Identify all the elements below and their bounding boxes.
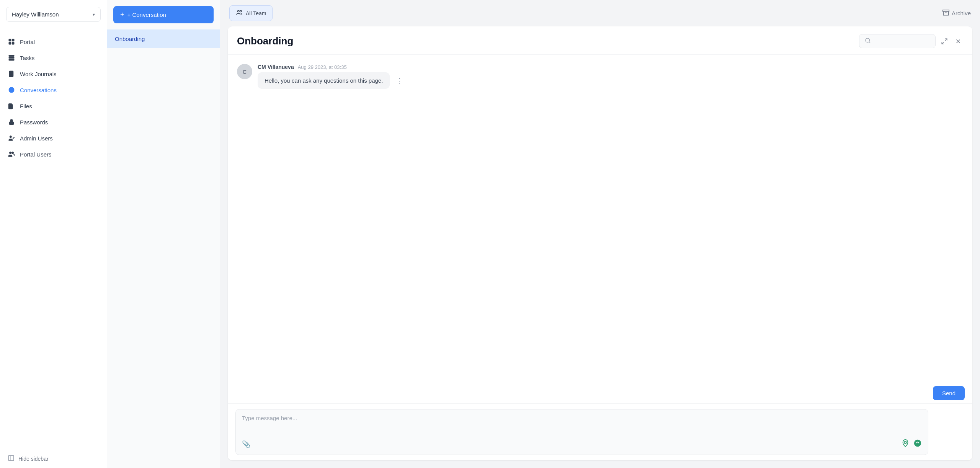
- sidebar-item-label-work-journals: Work Journals: [20, 71, 57, 77]
- svg-rect-3: [12, 42, 14, 44]
- archive-label: Archive: [952, 10, 971, 16]
- main-area: All Team Archive Onboarding: [220, 0, 980, 468]
- tasks-icon: [8, 54, 15, 62]
- sidebar: Hayley Williamson ▾ Portal: [0, 0, 107, 468]
- chat-header-actions: [859, 34, 963, 48]
- passwords-icon: [8, 118, 15, 126]
- attachment-icon[interactable]: 📎: [242, 440, 250, 448]
- svg-rect-4: [9, 55, 14, 56]
- message-time: Aug 29 2023, at 03:35: [298, 64, 347, 70]
- sidebar-nav: Portal Tasks Wo: [0, 29, 107, 449]
- all-team-button[interactable]: All Team: [229, 5, 273, 21]
- new-conversation-label: + Conversation: [127, 11, 166, 18]
- svg-rect-5: [9, 57, 14, 59]
- archive-button[interactable]: Archive: [942, 9, 971, 17]
- svg-rect-1: [12, 39, 14, 41]
- svg-point-22: [866, 38, 870, 42]
- hide-sidebar-label: Hide sidebar: [18, 456, 49, 462]
- message-text: Hello, you can ask any questions on this…: [265, 77, 383, 84]
- sidebar-item-admin-users[interactable]: Admin Users: [0, 130, 107, 146]
- archive-icon: [942, 9, 949, 17]
- message-group: C CM Villanueva Aug 29 2023, at 03:35 He…: [237, 64, 963, 89]
- sidebar-item-conversations[interactable]: Conversations: [0, 82, 107, 98]
- chevron-down-icon: ▾: [93, 12, 95, 17]
- conversation-list: Onboarding: [107, 29, 220, 468]
- message-bubble: Hello, you can ask any questions on this…: [258, 72, 390, 89]
- user-name: Hayley Williamson: [12, 11, 59, 18]
- svg-rect-0: [9, 39, 11, 41]
- svg-point-15: [12, 152, 14, 154]
- portal-users-icon: [8, 150, 15, 158]
- input-bottom-icons: [901, 439, 922, 449]
- sidebar-item-label-tasks: Tasks: [20, 55, 34, 61]
- chat-panel: Onboarding: [228, 26, 972, 460]
- svg-line-23: [869, 42, 870, 43]
- sidebar-item-label-passwords: Passwords: [20, 119, 48, 126]
- svg-point-28: [904, 441, 906, 444]
- sidebar-item-portal[interactable]: Portal: [0, 34, 107, 50]
- plus-icon: +: [120, 11, 124, 19]
- close-button[interactable]: [953, 36, 963, 46]
- portal-icon: [8, 38, 15, 46]
- hide-sidebar-icon: [8, 455, 15, 463]
- sidebar-footer: Hide sidebar: [0, 449, 107, 468]
- message-input[interactable]: [242, 415, 922, 436]
- svg-point-13: [10, 136, 12, 138]
- sidebar-item-passwords[interactable]: Passwords: [0, 114, 107, 130]
- sidebar-item-tasks[interactable]: Tasks: [0, 50, 107, 66]
- all-team-icon: [236, 9, 243, 17]
- send-button[interactable]: Send: [933, 386, 965, 400]
- svg-point-18: [238, 10, 240, 12]
- svg-point-29: [914, 440, 921, 447]
- journals-icon: [8, 70, 15, 78]
- new-conversation-button[interactable]: + + Conversation: [113, 6, 214, 23]
- svg-rect-12: [10, 122, 14, 125]
- grammarly-icon[interactable]: [913, 439, 922, 449]
- chat-messages: C CM Villanueva Aug 29 2023, at 03:35 He…: [228, 55, 972, 403]
- message-options-button[interactable]: ⋮: [394, 75, 406, 86]
- sidebar-item-label-portal: Portal: [20, 39, 35, 45]
- conversations-icon: [8, 86, 15, 94]
- main-topbar: All Team Archive: [220, 0, 980, 26]
- sidebar-item-label-portal-users: Portal Users: [20, 151, 52, 158]
- message-author: CM Villanueva: [258, 64, 294, 70]
- input-bottom-row: 📎: [242, 439, 922, 449]
- message-meta: CM Villanueva Aug 29 2023, at 03:35: [258, 64, 963, 70]
- message-content: CM Villanueva Aug 29 2023, at 03:35 Hell…: [258, 64, 963, 89]
- svg-line-25: [942, 42, 944, 44]
- svg-rect-16: [8, 455, 14, 461]
- chat-input-area: 📎: [228, 403, 972, 460]
- svg-line-24: [945, 39, 947, 41]
- user-dropdown[interactable]: Hayley Williamson ▾: [6, 7, 101, 22]
- sidebar-item-label-admin-users: Admin Users: [20, 135, 53, 142]
- message-input-box: 📎: [235, 409, 928, 455]
- svg-rect-2: [9, 42, 11, 44]
- conversation-item-onboarding[interactable]: Onboarding: [107, 29, 220, 48]
- chat-search-box[interactable]: [859, 34, 936, 48]
- chat-title: Onboarding: [237, 35, 293, 47]
- svg-rect-6: [9, 59, 14, 60]
- sidebar-item-portal-users[interactable]: Portal Users: [0, 146, 107, 162]
- sidebar-item-label-conversations: Conversations: [20, 87, 57, 93]
- all-team-label: All Team: [246, 10, 266, 16]
- conversation-item-label: Onboarding: [115, 36, 145, 42]
- svg-rect-20: [943, 10, 949, 11]
- svg-point-14: [10, 152, 11, 154]
- middle-panel: + + Conversation Onboarding: [107, 0, 220, 468]
- search-icon: [865, 38, 871, 45]
- files-icon: [8, 102, 15, 110]
- location-icon[interactable]: [901, 439, 910, 449]
- hide-sidebar-button[interactable]: Hide sidebar: [8, 455, 99, 463]
- expand-button[interactable]: [939, 36, 949, 46]
- sidebar-item-files[interactable]: Files: [0, 98, 107, 114]
- chat-header: Onboarding: [228, 26, 972, 55]
- avatar: C: [237, 64, 252, 79]
- sidebar-item-work-journals[interactable]: Work Journals: [0, 66, 107, 82]
- sidebar-item-label-files: Files: [20, 103, 32, 109]
- sidebar-header: Hayley Williamson ▾: [0, 0, 107, 29]
- svg-point-19: [240, 10, 242, 12]
- admin-users-icon: [8, 134, 15, 142]
